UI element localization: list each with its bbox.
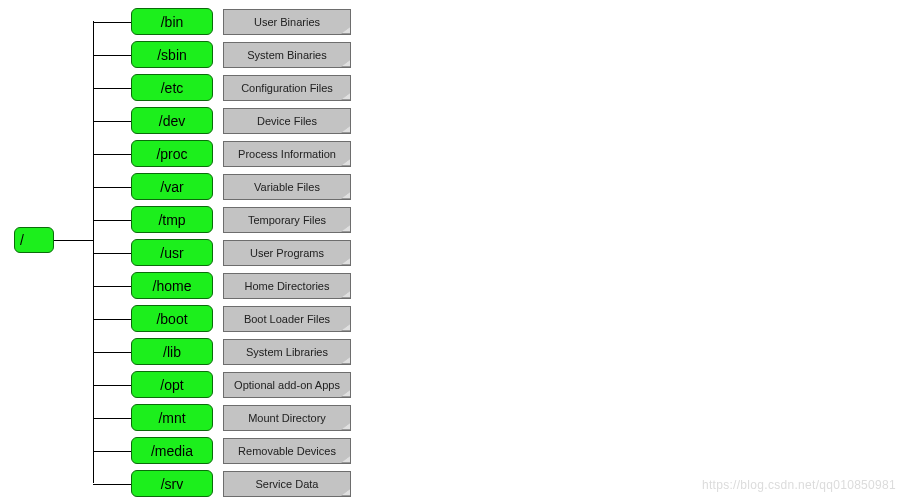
root-label: / bbox=[20, 232, 24, 248]
directory-label: /etc bbox=[161, 80, 184, 96]
tree-row: /varVariable Files bbox=[131, 170, 351, 203]
connector-horizontal bbox=[93, 253, 131, 254]
connector-horizontal bbox=[93, 484, 131, 485]
directory-node: /home bbox=[131, 272, 213, 299]
description-label: Configuration Files bbox=[241, 82, 333, 94]
tree-row: /sbinSystem Binaries bbox=[131, 38, 351, 71]
directory-label: /bin bbox=[161, 14, 184, 30]
directory-label: /tmp bbox=[158, 212, 185, 228]
directory-node: /media bbox=[131, 437, 213, 464]
directory-node: /usr bbox=[131, 239, 213, 266]
directory-label: /srv bbox=[161, 476, 184, 492]
description-label: Home Directories bbox=[245, 280, 330, 292]
directory-node: /lib bbox=[131, 338, 213, 365]
directory-label: /usr bbox=[160, 245, 183, 261]
description-node: Device Files bbox=[223, 108, 351, 134]
description-label: Process Information bbox=[238, 148, 336, 160]
directory-label: /media bbox=[151, 443, 193, 459]
directory-node: /boot bbox=[131, 305, 213, 332]
tree-row: /bootBoot Loader Files bbox=[131, 302, 351, 335]
connector-horizontal bbox=[93, 385, 131, 386]
connector-horizontal bbox=[93, 187, 131, 188]
connector-horizontal bbox=[93, 22, 131, 23]
description-label: Service Data bbox=[256, 478, 319, 490]
directory-label: /dev bbox=[159, 113, 185, 129]
watermark-text: https://blog.csdn.net/qq010850981 bbox=[702, 478, 896, 492]
connector-horizontal bbox=[93, 220, 131, 221]
connector-trunk bbox=[54, 240, 93, 241]
directory-label: /proc bbox=[156, 146, 187, 162]
description-node: Variable Files bbox=[223, 174, 351, 200]
connector-horizontal bbox=[93, 121, 131, 122]
description-label: User Binaries bbox=[254, 16, 320, 28]
root-node: / bbox=[14, 227, 54, 253]
description-label: System Binaries bbox=[247, 49, 326, 61]
description-node: User Programs bbox=[223, 240, 351, 266]
description-label: System Libraries bbox=[246, 346, 328, 358]
directory-label: /home bbox=[153, 278, 192, 294]
tree-row: /mntMount Directory bbox=[131, 401, 351, 434]
connector-horizontal bbox=[93, 319, 131, 320]
tree-row: /libSystem Libraries bbox=[131, 335, 351, 368]
children-container: /binUser Binaries/sbinSystem Binaries/et… bbox=[131, 5, 351, 500]
description-label: Variable Files bbox=[254, 181, 320, 193]
directory-node: /proc bbox=[131, 140, 213, 167]
description-node: Boot Loader Files bbox=[223, 306, 351, 332]
directory-node: /etc bbox=[131, 74, 213, 101]
directory-label: /sbin bbox=[157, 47, 187, 63]
tree-row: /devDevice Files bbox=[131, 104, 351, 137]
connector-horizontal bbox=[93, 154, 131, 155]
description-label: Device Files bbox=[257, 115, 317, 127]
description-label: User Programs bbox=[250, 247, 324, 259]
tree-row: /binUser Binaries bbox=[131, 5, 351, 38]
tree-row: /etcConfiguration Files bbox=[131, 71, 351, 104]
description-node: Home Directories bbox=[223, 273, 351, 299]
description-node: Removable Devices bbox=[223, 438, 351, 464]
directory-node: /dev bbox=[131, 107, 213, 134]
description-node: Temporary Files bbox=[223, 207, 351, 233]
description-node: Mount Directory bbox=[223, 405, 351, 431]
directory-node: /var bbox=[131, 173, 213, 200]
connector-horizontal bbox=[93, 286, 131, 287]
connector-horizontal bbox=[93, 418, 131, 419]
description-node: User Binaries bbox=[223, 9, 351, 35]
description-label: Removable Devices bbox=[238, 445, 336, 457]
directory-node: /sbin bbox=[131, 41, 213, 68]
tree-row: /usrUser Programs bbox=[131, 236, 351, 269]
description-node: System Binaries bbox=[223, 42, 351, 68]
description-node: Process Information bbox=[223, 141, 351, 167]
tree-row: /homeHome Directories bbox=[131, 269, 351, 302]
description-node: Service Data bbox=[223, 471, 351, 497]
directory-node: /srv bbox=[131, 470, 213, 497]
directory-label: /boot bbox=[156, 311, 187, 327]
directory-label: /opt bbox=[160, 377, 183, 393]
tree-row: /tmpTemporary Files bbox=[131, 203, 351, 236]
tree-row: /srvService Data bbox=[131, 467, 351, 500]
description-label: Boot Loader Files bbox=[244, 313, 330, 325]
connector-horizontal bbox=[93, 451, 131, 452]
directory-label: /lib bbox=[163, 344, 181, 360]
directory-node: /bin bbox=[131, 8, 213, 35]
directory-node: /opt bbox=[131, 371, 213, 398]
tree-row: /mediaRemovable Devices bbox=[131, 434, 351, 467]
directory-label: /mnt bbox=[158, 410, 185, 426]
connector-horizontal bbox=[93, 88, 131, 89]
connector-horizontal bbox=[93, 55, 131, 56]
description-label: Mount Directory bbox=[248, 412, 326, 424]
directory-node: /tmp bbox=[131, 206, 213, 233]
description-label: Optional add-on Apps bbox=[234, 379, 340, 391]
description-label: Temporary Files bbox=[248, 214, 326, 226]
connector-horizontal bbox=[93, 352, 131, 353]
tree-row: /procProcess Information bbox=[131, 137, 351, 170]
description-node: Optional add-on Apps bbox=[223, 372, 351, 398]
description-node: System Libraries bbox=[223, 339, 351, 365]
tree-row: /optOptional add-on Apps bbox=[131, 368, 351, 401]
directory-node: /mnt bbox=[131, 404, 213, 431]
description-node: Configuration Files bbox=[223, 75, 351, 101]
directory-label: /var bbox=[160, 179, 183, 195]
